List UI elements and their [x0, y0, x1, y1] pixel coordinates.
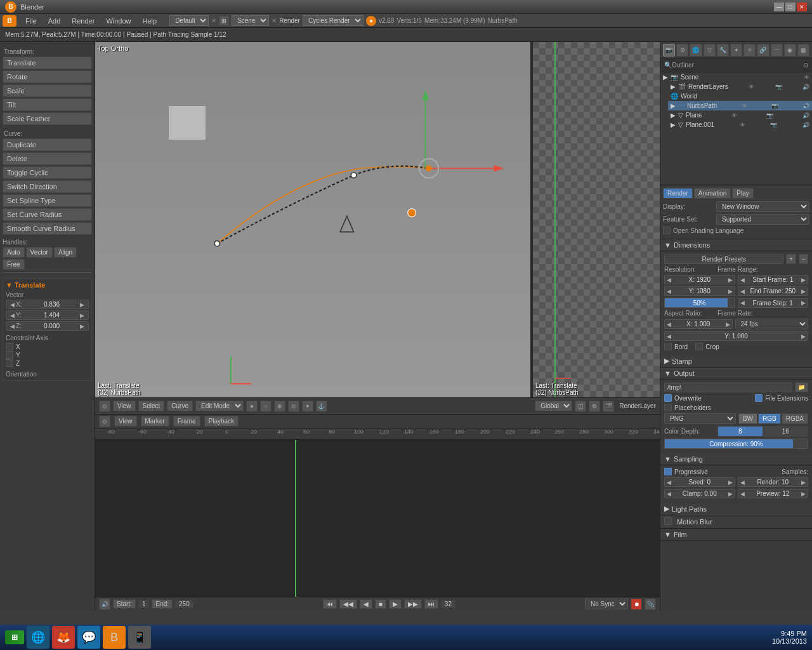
aspy-dec[interactable]: ◀	[665, 333, 673, 340]
vector-x-value[interactable]: 0.836	[25, 301, 79, 308]
rp-camera-icon[interactable]: 📷	[663, 44, 675, 56]
outliner-render-layers[interactable]: ▶ 🎬 RenderLayers 👁 📷 🔊	[668, 82, 812, 91]
hook-icon[interactable]: ⚓	[316, 401, 327, 412]
render-engine-select[interactable]: Cycles Render	[303, 15, 363, 26]
display-select[interactable]: New Window	[716, 201, 809, 212]
ps-dec[interactable]: ◀	[738, 491, 747, 497]
clamp-inc[interactable]: ▶	[726, 491, 735, 497]
auto-handle-button[interactable]: Auto	[3, 247, 25, 258]
plane-eye-icon[interactable]: 👁	[731, 112, 737, 119]
vector-y-inc[interactable]: ▶	[79, 312, 86, 319]
switch-direction-button[interactable]: Switch Direction	[3, 180, 92, 193]
layout-icon[interactable]: ⊞	[219, 16, 229, 26]
presets-add-btn[interactable]: +	[786, 254, 796, 264]
file-ext-checkbox[interactable]	[755, 394, 763, 402]
fstep-dec[interactable]: ◀	[738, 300, 747, 306]
constraint-z-checkbox[interactable]	[6, 359, 13, 367]
scene-select[interactable]: Scene	[232, 15, 269, 26]
placeholders-checkbox[interactable]	[664, 404, 672, 411]
output-path-input[interactable]	[664, 383, 792, 392]
progressive-checkbox[interactable]	[664, 468, 672, 475]
menu-file[interactable]: File	[20, 16, 42, 26]
start-frame-field[interactable]: ◀ Start Frame: 1 ▶	[738, 275, 809, 284]
left-viewport[interactable]: Top Ortho	[95, 42, 530, 397]
layer-icon[interactable]: ◫	[575, 401, 586, 412]
rp-physics-icon[interactable]: ⚛	[743, 44, 756, 56]
tl-start-value[interactable]: 1	[138, 600, 150, 608]
vector-y-value[interactable]: 1.404	[25, 312, 79, 319]
plane-cam-icon[interactable]: 📷	[766, 112, 773, 119]
pivot-select[interactable]: Global	[535, 401, 572, 411]
plane001-eye-icon[interactable]: 👁	[740, 122, 745, 128]
depth-16-button[interactable]: 16	[763, 426, 809, 437]
rotate-button[interactable]: Rotate	[3, 70, 92, 83]
depth-8-button[interactable]: 8	[717, 426, 763, 437]
format-select[interactable]: PNG	[664, 413, 736, 424]
play-tab-button[interactable]: Play	[732, 188, 753, 199]
smooth-curve-radius-button[interactable]: Smooth Curve Radius	[3, 222, 92, 235]
ef-dec[interactable]: ◀	[738, 288, 747, 295]
bw-button[interactable]: BW	[738, 413, 757, 424]
rp-texture-icon[interactable]: ▦	[797, 44, 809, 56]
resx-dec[interactable]: ◀	[665, 277, 673, 283]
compression-slider[interactable]: Compression: 90%	[664, 439, 808, 449]
outliner-scene[interactable]: ▶ 📷 Scene 👁	[660, 72, 812, 82]
sf-inc[interactable]: ▶	[799, 277, 808, 283]
mb-checkbox[interactable]	[664, 517, 674, 526]
right-viewport[interactable]: Last: Translate (32) NurbsPath	[533, 42, 660, 397]
tl-menu-icon[interactable]: ⊙	[99, 416, 110, 427]
prev-keyframe-button[interactable]: ◀◀	[339, 599, 357, 609]
delete-button[interactable]: Delete	[3, 152, 92, 165]
shading-checkbox[interactable]	[663, 227, 671, 234]
tl-clip-icon[interactable]: 📎	[645, 599, 656, 610]
minimize-button[interactable]: —	[774, 3, 784, 11]
play-reverse-button[interactable]: ◀	[360, 599, 372, 609]
aspy-inc[interactable]: ▶	[799, 333, 808, 340]
nurbs-cam-icon[interactable]: 📷	[771, 103, 778, 109]
set-curve-radius-button[interactable]: Set Curve Radius	[3, 208, 92, 221]
sync-select[interactable]: No Sync	[585, 599, 628, 609]
resx-inc[interactable]: ▶	[726, 277, 735, 283]
set-spline-type-button[interactable]: Set Spline Type	[3, 194, 92, 207]
motion-blur-header[interactable]: Motion Blur	[660, 515, 812, 529]
snap-icon[interactable]: ⊕	[274, 401, 285, 412]
presets-remove-btn[interactable]: −	[799, 254, 808, 264]
scene-eye-icon[interactable]: 👁	[804, 74, 809, 81]
seed-field[interactable]: ◀ Seed: 0 ▶	[664, 477, 735, 487]
menu-help[interactable]: Help	[138, 16, 162, 26]
rp-constraints-icon[interactable]: 🔗	[757, 44, 769, 56]
clamp-dec[interactable]: ◀	[665, 491, 673, 497]
sf-dec[interactable]: ◀	[738, 277, 747, 283]
vector-x-dec[interactable]: ◀	[9, 302, 16, 308]
resy-inc[interactable]: ▶	[726, 288, 735, 295]
tl-view-button[interactable]: View	[114, 416, 137, 427]
ef-inc[interactable]: ▶	[799, 288, 808, 295]
tl-playback-button[interactable]: Playback	[204, 416, 239, 427]
film-header[interactable]: ▼ Film	[660, 529, 812, 541]
stop-button[interactable]: ■	[375, 599, 386, 609]
next-keyframe-button[interactable]: ▶▶	[404, 599, 422, 609]
render-samples-field[interactable]: ◀ Render: 10 ▶	[738, 477, 809, 487]
preview-samples-field[interactable]: ◀ Preview: 12 ▶	[738, 489, 809, 498]
tl-end-value[interactable]: 250	[175, 600, 193, 608]
render-presets-label[interactable]: Render Presets	[664, 255, 783, 264]
vector-z-dec[interactable]: ◀	[9, 323, 16, 329]
tilt-button[interactable]: Tilt	[3, 98, 92, 111]
sampling-header[interactable]: ▼ Sampling	[660, 453, 812, 465]
align-handle-button[interactable]: Align	[54, 247, 77, 258]
select-button[interactable]: Select	[138, 401, 165, 411]
proportional-icon[interactable]: ⊙	[288, 401, 299, 412]
rl-cam-icon[interactable]: 📷	[775, 84, 782, 90]
vt-mode-icon[interactable]: ⊙	[99, 401, 110, 412]
tl-record-icon[interactable]: ⏺	[631, 599, 642, 610]
overwrite-checkbox[interactable]	[664, 394, 672, 402]
constraint-x-checkbox[interactable]	[6, 343, 13, 350]
rl-eye-icon[interactable]: 👁	[749, 84, 754, 90]
tl-audio-icon[interactable]: 🔊	[99, 599, 110, 610]
rp-data-icon[interactable]: 〰	[771, 44, 783, 56]
plane001-cam-icon[interactable]: 📷	[770, 122, 777, 128]
res-x-field[interactable]: ◀ X: 1920 ▶	[664, 275, 735, 284]
tl-frame-button[interactable]: Frame	[173, 416, 200, 427]
render-layer-icon[interactable]: 🎬	[603, 401, 614, 412]
jump-start-button[interactable]: ⏮	[323, 599, 337, 609]
